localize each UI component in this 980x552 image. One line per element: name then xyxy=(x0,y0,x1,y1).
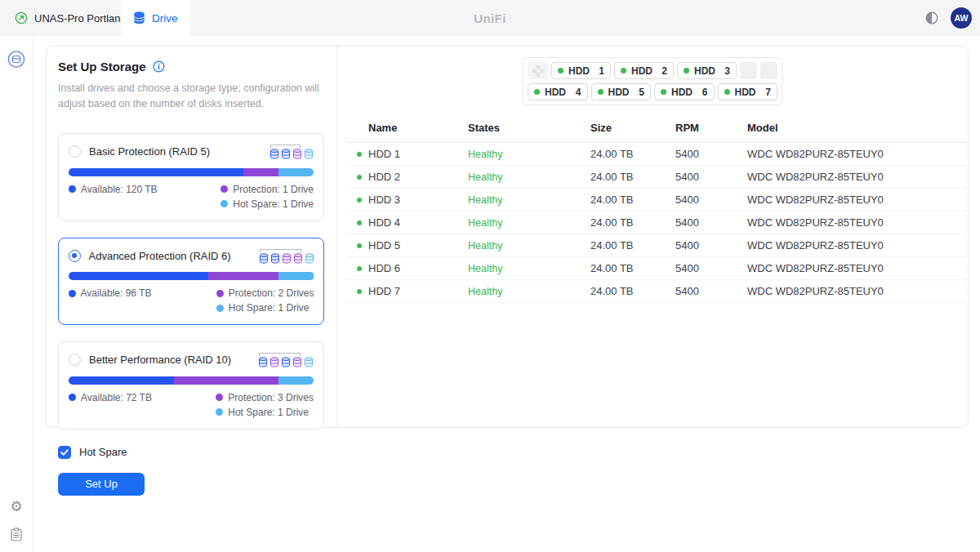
bay-number: 7 xyxy=(765,87,771,98)
hot-spare-dot xyxy=(216,305,224,312)
drive-rpm: 5400 xyxy=(675,280,747,303)
drive-name: HDD 3 xyxy=(368,194,400,206)
drive-rpm: 5400 xyxy=(675,234,747,257)
empty-ssd-slot xyxy=(740,62,757,79)
drive-name: HDD 5 xyxy=(368,239,400,252)
bay-status-dot xyxy=(661,89,666,95)
drive-size: 24.00 TB xyxy=(590,189,675,211)
raid-option-performance[interactable]: Better Performance (RAID 10) Available: … xyxy=(58,341,324,430)
table-row[interactable]: HDD 6 Healthy 24.00 TB 5400 WDC WD82PURZ… xyxy=(347,257,967,280)
topbar-actions: AW xyxy=(925,0,972,36)
drive-app-icon xyxy=(7,50,26,69)
capacity-bar xyxy=(69,272,314,280)
console-name: UNAS-Pro Portland xyxy=(34,12,127,24)
bay-number: 3 xyxy=(724,65,730,77)
table-row[interactable]: HDD 4 Healthy 24.00 TB 5400 WDC WD82PURZ… xyxy=(347,211,967,234)
console-icon xyxy=(15,11,28,24)
drive-disk-icon xyxy=(293,253,303,264)
topbar: UNAS-Pro Portland Drive UniFi AW xyxy=(0,0,980,36)
table-row[interactable]: HDD 2 Healthy 24.00 TB 5400 WDC WD82PURZ… xyxy=(347,166,967,189)
hot-spare-checkbox-label: Hot Spare xyxy=(79,446,127,458)
available-dot xyxy=(69,185,76,193)
settings-gear-icon[interactable]: ⚙ xyxy=(10,500,22,514)
hot-spare-option[interactable]: Hot Spare xyxy=(58,446,324,459)
set-up-button[interactable]: Set Up xyxy=(58,473,145,496)
bay-row-1: HDD 1 HDD 2 HDD 3 xyxy=(528,62,777,79)
protection-label: Protection: 1 Drive xyxy=(233,184,314,195)
table-row[interactable]: HDD 5 Healthy 24.00 TB 5400 WDC WD82PURZ… xyxy=(347,234,967,257)
drive-model: WDC WD82PURZ-85TEUY0 xyxy=(747,280,967,303)
storage-options-column: Set Up Storage Install drives and choose… xyxy=(58,60,324,496)
bay-number: 5 xyxy=(639,87,644,98)
info-icon[interactable] xyxy=(153,60,165,73)
avatar[interactable]: AW xyxy=(951,7,972,29)
available-label: Available: 120 TB xyxy=(81,184,158,195)
capacity-legend: Available: 96 TB Protection: 2 Drives Ho… xyxy=(69,287,314,314)
drive-name: HDD 4 xyxy=(368,216,400,229)
drive-disk-icon xyxy=(292,149,302,159)
drive-state: Healthy xyxy=(468,286,502,297)
drive-bay-chip[interactable]: HDD 4 xyxy=(528,83,588,100)
protection-dot xyxy=(220,185,228,193)
table-row[interactable]: HDD 3 Healthy 24.00 TB 5400 WDC WD82PURZ… xyxy=(347,189,967,211)
tab-drive[interactable]: Drive xyxy=(121,0,190,36)
bay-status-dot xyxy=(724,89,730,95)
database-icon xyxy=(133,11,145,24)
drive-state: Healthy xyxy=(468,217,502,229)
hot-spare-checkbox[interactable] xyxy=(58,446,71,459)
raid-option-label: Advanced Protection (RAID 6) xyxy=(89,250,231,262)
drive-state: Healthy xyxy=(468,240,502,252)
raid-group-bracket xyxy=(260,249,301,253)
tab-drive-label: Drive xyxy=(152,12,178,24)
drive-disk-icon xyxy=(270,253,280,264)
table-row[interactable]: HDD 7 Healthy 24.00 TB 5400 WDC WD82PURZ… xyxy=(347,280,967,303)
bay-row-2: HDD 4 HDD 5 HDD 6 HDD 7 xyxy=(528,83,777,100)
protection-label: Protection: 2 Drives xyxy=(229,287,314,299)
table-row[interactable]: HDD 1 Healthy 24.00 TB 5400 WDC WD82PURZ… xyxy=(347,143,967,166)
drive-bay-chip[interactable]: HDD 2 xyxy=(614,62,674,79)
radio-button[interactable] xyxy=(69,250,81,262)
hot-spare-label: Hot Spare: 1 Drive xyxy=(233,198,314,210)
drive-rpm: 5400 xyxy=(675,189,747,211)
drive-bay-chip[interactable]: HDD 1 xyxy=(551,62,611,79)
drive-bay-chip[interactable]: HDD 7 xyxy=(718,83,778,100)
raid-option-advanced[interactable]: Advanced Protection (RAID 6) Available: … xyxy=(58,238,324,325)
bay-number: 2 xyxy=(662,65,667,77)
sidebar-item-drive[interactable] xyxy=(7,50,26,69)
drive-status-dot xyxy=(357,289,362,294)
drive-model: WDC WD82PURZ-85TEUY0 xyxy=(747,257,967,280)
system-log-icon[interactable] xyxy=(11,528,23,541)
drive-disk-icon xyxy=(304,149,314,159)
drive-bay-chip[interactable]: HDD 5 xyxy=(591,83,652,100)
raid-option-label: Better Performance (RAID 10) xyxy=(89,354,231,366)
drive-disk-icon xyxy=(304,357,314,367)
available-segment xyxy=(69,168,243,176)
drive-state: Healthy xyxy=(468,263,502,274)
radio-button[interactable] xyxy=(69,354,81,366)
drive-disk-icon xyxy=(259,253,269,264)
drive-bay-chip[interactable]: HDD 3 xyxy=(677,62,737,79)
bay-status-dot xyxy=(558,68,564,73)
drive-disk-icon xyxy=(270,149,279,159)
hot-spare-label: Hot Spare: 1 Drive xyxy=(228,407,309,418)
drive-size: 24.00 TB xyxy=(590,280,675,303)
radio-button[interactable] xyxy=(69,145,81,158)
drive-rpm: 5400 xyxy=(675,143,747,166)
drive-disk-icon xyxy=(258,357,268,367)
raid-option-basic[interactable]: Basic Protection (RAID 5) Available: 120… xyxy=(58,133,324,221)
drive-disk-icon xyxy=(292,357,302,367)
check-icon xyxy=(60,449,69,456)
drive-model: WDC WD82PURZ-85TEUY0 xyxy=(747,234,967,257)
drive-bay-chip[interactable]: HDD 6 xyxy=(654,83,715,100)
theme-toggle-icon[interactable] xyxy=(925,11,938,24)
protection-dot xyxy=(216,290,224,297)
hot-spare-dot xyxy=(216,408,223,416)
drive-status-dot xyxy=(357,152,362,157)
hot-spare-segment xyxy=(278,376,314,385)
drive-model: WDC WD82PURZ-85TEUY0 xyxy=(747,189,967,211)
drives-column: HDD 1 HDD 2 HDD 3 HDD 4 HDD 5 HDD 6 HDD … xyxy=(337,47,968,427)
bay-label: HDD xyxy=(631,65,653,77)
drive-size: 24.00 TB xyxy=(590,257,675,280)
column-header-name: Name xyxy=(347,117,468,143)
hot-spare-segment xyxy=(278,272,314,280)
